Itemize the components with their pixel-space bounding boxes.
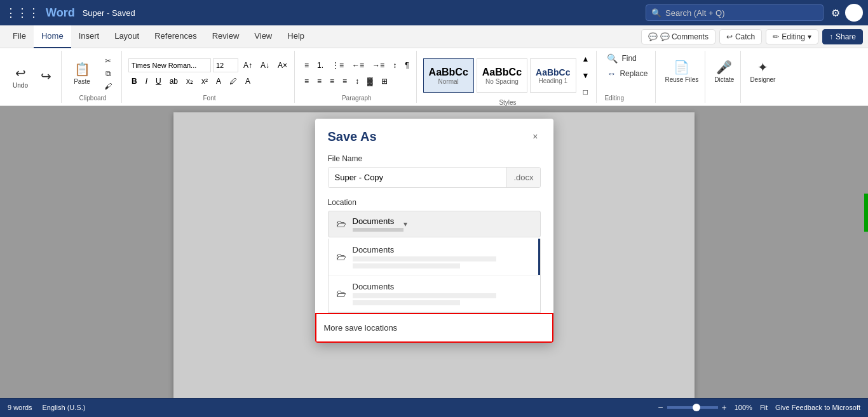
zoom-slider[interactable] (667, 406, 718, 409)
copy-icon: ⧉ (105, 69, 111, 78)
search-icon: 🔍 (651, 8, 661, 18)
shading-button[interactable]: ▓ (364, 74, 376, 88)
justify-button[interactable]: ≡ (339, 74, 350, 88)
tab-view[interactable]: View (247, 25, 280, 48)
zoom-out-button[interactable]: − (658, 402, 663, 413)
style-normal[interactable]: AaBbCc Normal (423, 58, 474, 93)
designer-button[interactable]: ✦ Designer (747, 52, 778, 90)
location-item[interactable]: 🗁 Documents (329, 239, 540, 275)
profile-avatar[interactable] (845, 4, 863, 22)
zoom-controls: − + (658, 402, 726, 413)
styles-expand-button[interactable]: ▲ (579, 52, 593, 66)
font-color-button[interactable]: A (213, 74, 224, 88)
font-controls: A↑ A↓ A× B I U ab x₂ x² A 🖊 A (128, 52, 290, 95)
dictate-button[interactable]: 🎤 Dictate (712, 52, 736, 90)
bullets-button[interactable]: ≡ (301, 58, 312, 72)
designer-group: ✦ Designer (743, 51, 782, 103)
settings-icon[interactable]: ⚙ (831, 7, 840, 19)
replace-button[interactable]: ↔ Replace (604, 67, 650, 80)
redo-button[interactable]: ↪ (34, 58, 57, 96)
catch-up-button[interactable]: ↩ Catch (719, 29, 762, 44)
zoom-in-button[interactable]: + (722, 402, 727, 413)
word-count: 9 words (8, 404, 32, 411)
align-center-button[interactable]: ≡ (314, 74, 325, 88)
location-item-content: Documents (353, 245, 532, 268)
waffle-icon[interactable]: ⋮⋮⋮ (5, 6, 39, 20)
format-painter-button[interactable]: 🖌 (98, 81, 118, 92)
tab-insert[interactable]: Insert (71, 25, 107, 48)
numbering-button[interactable]: 1. (314, 58, 327, 72)
tab-home[interactable]: Home (34, 25, 71, 48)
folder-icon: 🗁 (336, 251, 346, 263)
sort-button[interactable]: ↕ (390, 58, 400, 72)
font-size-input[interactable] (213, 58, 238, 72)
search-placeholder: Search (Alt + Q) (665, 8, 725, 18)
copy-button[interactable]: ⧉ (98, 68, 118, 79)
dialog-close-button[interactable]: × (530, 129, 540, 144)
font-row-2: B I U ab x₂ x² A 🖊 A (128, 74, 290, 88)
shrink-font-button[interactable]: A↓ (257, 58, 273, 72)
paragraph-label: Paragraph (342, 95, 372, 102)
fit-button[interactable]: Fit (760, 404, 768, 411)
styles-more-button[interactable]: □ (579, 85, 593, 99)
location-dropdown[interactable]: 🗁 Documents ▾ (328, 211, 541, 237)
grow-font-button[interactable]: A↑ (240, 58, 255, 72)
tab-help[interactable]: Help (280, 25, 312, 48)
comments-button[interactable]: 💬 💬 Comments (641, 29, 715, 44)
align-left-button[interactable]: ≡ (301, 74, 312, 88)
find-button[interactable]: 🔍 Find (604, 52, 650, 65)
tab-layout[interactable]: Layout (107, 25, 147, 48)
superscript-button[interactable]: x² (198, 74, 211, 88)
italic-button[interactable]: I (142, 74, 151, 88)
increase-indent-button[interactable]: →≡ (369, 58, 388, 72)
multilevel-button[interactable]: ⋮≡ (329, 58, 347, 72)
decrease-indent-button[interactable]: ←≡ (349, 58, 367, 72)
borders-button[interactable]: ⊞ (378, 74, 391, 88)
more-save-locations-button[interactable]: More save locations (315, 313, 553, 343)
location-item[interactable]: 🗁 Documents (329, 275, 540, 312)
styles-collapse-button[interactable]: ▼ (579, 69, 593, 83)
highlight-button[interactable]: 🖊 (226, 74, 240, 88)
underline-button[interactable]: U (153, 74, 165, 88)
font-name-input[interactable] (128, 58, 211, 72)
language: English (U.S.) (43, 404, 86, 411)
editing-button[interactable]: ✏ Editing ▾ (766, 29, 818, 44)
clipboard-label: Clipboard (79, 95, 107, 102)
filename-input[interactable] (329, 168, 507, 187)
ribbon-tabs: File Home Insert Layout References Revie… (0, 25, 868, 48)
style-no-spacing[interactable]: AaBbCc No Spacing (477, 58, 527, 93)
search-bar[interactable]: 🔍 Search (Alt + Q) (646, 4, 824, 21)
location-item-sub-bar2 (353, 300, 461, 305)
undo-group: ↩ Undo ↪ (5, 51, 62, 103)
reuse-files-button[interactable]: 📄 Reuse Files (662, 52, 701, 90)
style-heading1[interactable]: AaBbCc Heading 1 (530, 58, 576, 93)
text-effects-button[interactable]: A (242, 74, 254, 88)
strikethrough-button[interactable]: ab (166, 74, 181, 88)
tab-review[interactable]: Review (205, 25, 247, 48)
location-sub-bar (353, 228, 403, 232)
paste-button[interactable]: 📋 Paste (68, 55, 96, 93)
dropdown-chevron-icon: ▾ (403, 220, 407, 228)
undo-button[interactable]: ↩ Undo (9, 58, 32, 96)
line-spacing-button[interactable]: ↕ (352, 74, 362, 88)
subscript-button[interactable]: x₂ (183, 74, 196, 88)
para-row-1: ≡ 1. ⋮≡ ←≡ →≡ ↕ ¶ (301, 58, 412, 72)
format-painter-icon: 🖌 (104, 82, 112, 91)
styles-list: AaBbCc Normal AaBbCc No Spacing AaBbCc H… (423, 52, 593, 99)
font-row-1: A↑ A↓ A× (128, 58, 290, 72)
zoom-thumb (693, 404, 700, 411)
clear-formatting-button[interactable]: A× (275, 58, 290, 72)
show-marks-button[interactable]: ¶ (402, 58, 412, 72)
feedback-text[interactable]: Give Feedback to Microsoft (775, 404, 860, 411)
document-title: Super - Saved (83, 8, 135, 18)
align-right-button[interactable]: ≡ (327, 74, 337, 88)
dialog-header: Save As × (315, 119, 553, 149)
bold-button[interactable]: B (128, 74, 140, 88)
cut-button[interactable]: ✂ (98, 55, 118, 67)
tab-references[interactable]: References (147, 25, 204, 48)
tab-file[interactable]: File (5, 25, 34, 48)
share-button[interactable]: ↑ Share (822, 29, 863, 44)
editing-group: 🔍 Find ↔ Replace Editing (599, 51, 656, 103)
editing-label: Editing (604, 95, 624, 102)
replace-icon: ↔ (607, 69, 616, 79)
